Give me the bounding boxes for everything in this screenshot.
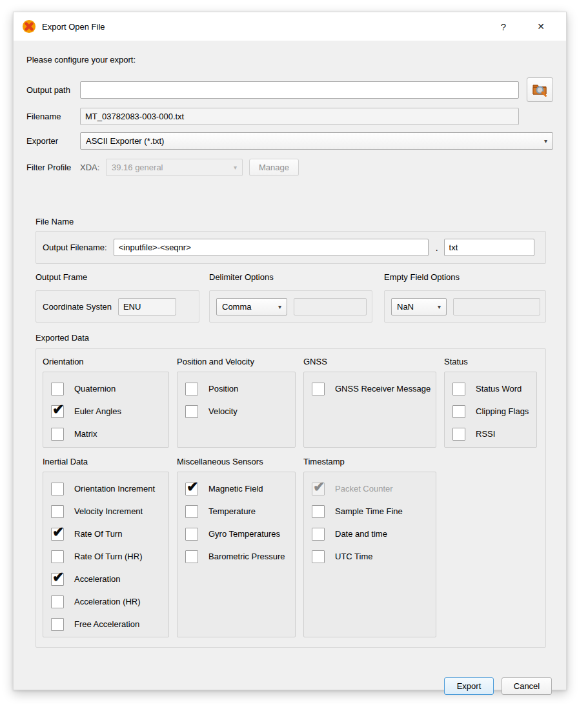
filter-profile-row: Filter Profile XDA: 39.16 general ▾ Mana… (26, 159, 553, 176)
checkbox-box[interactable] (185, 550, 198, 563)
empty-field-combobox[interactable]: NaN ▾ (391, 298, 447, 315)
output-path-input[interactable] (80, 81, 519, 99)
extension-input[interactable] (444, 239, 534, 256)
checkbox-box: ✔ (312, 483, 325, 495)
checkbox-box[interactable] (51, 550, 64, 563)
exporter-row: Exporter ASCII Exporter (*.txt) ▾ (26, 132, 553, 150)
checkbox-box[interactable] (452, 383, 465, 395)
close-button[interactable]: ✕ (531, 17, 551, 36)
checkbox-row-acceleration-hr[interactable]: Acceleration (HR) (51, 590, 168, 613)
output-frame-section: Output Frame Coordinate Systen (35, 272, 199, 323)
checkbox-box[interactable] (185, 528, 198, 541)
output-filename-input[interactable] (114, 239, 429, 256)
checkbox-label: Rate Of Turn (HR) (74, 552, 142, 561)
checkbox-label: Barometric Pressure (208, 552, 285, 561)
browse-button[interactable] (527, 77, 553, 102)
checkbox-row-euler-angles[interactable]: ✔Euler Angles (51, 400, 168, 423)
chevron-down-icon: ▾ (278, 303, 281, 310)
group-title: Status (444, 357, 537, 367)
checkbox-row-magnetic-field[interactable]: ✔Magnetic Field (185, 477, 295, 500)
checkbox-row-position[interactable]: Position (185, 377, 295, 400)
checkbox-row-barometric-pressure[interactable]: Barometric Pressure (185, 545, 295, 568)
checkbox-row-status-word[interactable]: Status Word (452, 377, 536, 400)
checkbox-row-velocity-increment[interactable]: Velocity Increment (51, 500, 168, 523)
checkbox-box[interactable] (185, 405, 198, 418)
delimiter-options-title: Delimiter Options (209, 272, 372, 282)
checkbox-box[interactable] (51, 428, 64, 441)
group-title: Position and Velocity (177, 357, 296, 367)
checkbox-box[interactable] (51, 618, 64, 631)
group-box: ✔Magnetic FieldTemperatureGyro Temperatu… (177, 472, 296, 637)
checkbox-box[interactable] (312, 383, 325, 395)
checkbox-box[interactable] (51, 483, 64, 495)
checkbox-label: Status Word (476, 384, 522, 394)
checkbox-box[interactable] (185, 505, 198, 518)
checkbox-row-quaternion[interactable]: Quaternion (51, 377, 168, 400)
extension-separator: . (436, 243, 438, 253)
exporter-label: Exporter (26, 136, 80, 146)
check-icon: ✔ (52, 569, 64, 586)
checkbox-label: Quaternion (74, 384, 116, 394)
checkbox-row-rate-of-turn-hr[interactable]: Rate Of Turn (HR) (51, 545, 168, 568)
group-title: Inertial Data (43, 457, 169, 467)
check-icon: ✔ (52, 524, 64, 541)
empty-field-custom-input (453, 298, 540, 315)
checkbox-row-clipping-flags[interactable]: Clipping Flags (452, 400, 536, 423)
checkbox-row-velocity[interactable]: Velocity (185, 400, 295, 423)
chevron-down-icon: ▾ (234, 164, 237, 171)
checkbox-row-free-acceleration[interactable]: Free Acceleration (51, 613, 168, 635)
check-icon: ✔ (52, 401, 64, 418)
checkbox-row-orientation-increment[interactable]: Orientation Increment (51, 477, 168, 500)
checkbox-label: RSSI (476, 429, 495, 439)
checkbox-box[interactable]: ✔ (51, 405, 64, 418)
checkbox-box[interactable] (452, 428, 465, 441)
exported-data-title: Exported Data (35, 333, 546, 343)
checkbox-box[interactable] (51, 383, 64, 395)
export-group-status: StatusStatus WordClipping FlagsRSSI (444, 357, 537, 448)
checkbox-row-acceleration[interactable]: ✔Acceleration (51, 568, 168, 590)
help-button[interactable]: ? (494, 17, 513, 36)
checkbox-row-rssi[interactable]: RSSI (452, 423, 536, 445)
group-title: GNSS (303, 357, 436, 367)
empty-field-options-title: Empty Field Options (384, 272, 546, 282)
checkbox-row-packet-counter: ✔Packet Counter (312, 477, 436, 500)
empty-field-selected-value: NaN (397, 302, 432, 312)
export-group-timestamp: Timestamp✔Packet CounterSample Time Fine… (303, 457, 436, 637)
checkbox-box[interactable] (452, 405, 465, 418)
export-group-gnss: GNSSGNSS Receiver Message (303, 357, 436, 448)
delimiter-combobox[interactable]: Comma ▾ (216, 298, 287, 315)
checkbox-box[interactable]: ✔ (51, 528, 64, 541)
checkbox-box[interactable] (312, 528, 325, 541)
checkbox-label: Euler Angles (74, 406, 121, 416)
checkbox-box[interactable]: ✔ (51, 573, 64, 586)
checkbox-box[interactable] (51, 595, 64, 608)
check-icon: ✔ (187, 479, 198, 495)
dialog-body: Please configure your export: Output pat… (14, 55, 566, 695)
checkbox-row-gyro-temperatures[interactable]: Gyro Temperatures (185, 523, 295, 545)
checkbox-row-sample-time-fine[interactable]: Sample Time Fine (312, 500, 436, 523)
checkbox-box[interactable]: ✔ (185, 483, 198, 495)
export-group-position-and-velocity: Position and VelocityPositionVelocity (177, 357, 296, 448)
checkbox-row-date-and-time[interactable]: Date and time (312, 523, 436, 545)
export-button[interactable]: Export (444, 677, 494, 695)
checkbox-label: GNSS Receiver Message (335, 384, 431, 394)
checkbox-box[interactable] (51, 505, 64, 518)
checkbox-box[interactable] (312, 505, 325, 518)
output-frame-title: Output Frame (35, 272, 199, 282)
checkbox-row-rate-of-turn[interactable]: ✔Rate Of Turn (51, 523, 168, 545)
checkbox-row-gnss-receiver-message[interactable]: GNSS Receiver Message (312, 377, 436, 400)
checkbox-box[interactable] (312, 550, 325, 563)
checkbox-box[interactable] (185, 383, 198, 395)
cancel-button[interactable]: Cancel (502, 677, 552, 695)
checkbox-label: Sample Time Fine (335, 506, 403, 516)
export-group-miscellaneous-sensors: Miscellaneous Sensors✔Magnetic FieldTemp… (177, 457, 296, 637)
checkbox-row-matrix[interactable]: Matrix (51, 423, 168, 445)
checkbox-row-utc-time[interactable]: UTC Time (312, 545, 436, 568)
export-group-orientation: OrientationQuaternion✔Euler AnglesMatrix (43, 357, 169, 448)
checkbox-label: Acceleration (74, 574, 121, 584)
exporter-combobox[interactable]: ASCII Exporter (*.txt) ▾ (80, 132, 553, 150)
group-box: PositionVelocity (177, 372, 296, 448)
manage-button[interactable]: Manage (249, 159, 299, 176)
checkbox-row-temperature[interactable]: Temperature (185, 500, 295, 523)
checkbox-label: Velocity (208, 406, 238, 416)
